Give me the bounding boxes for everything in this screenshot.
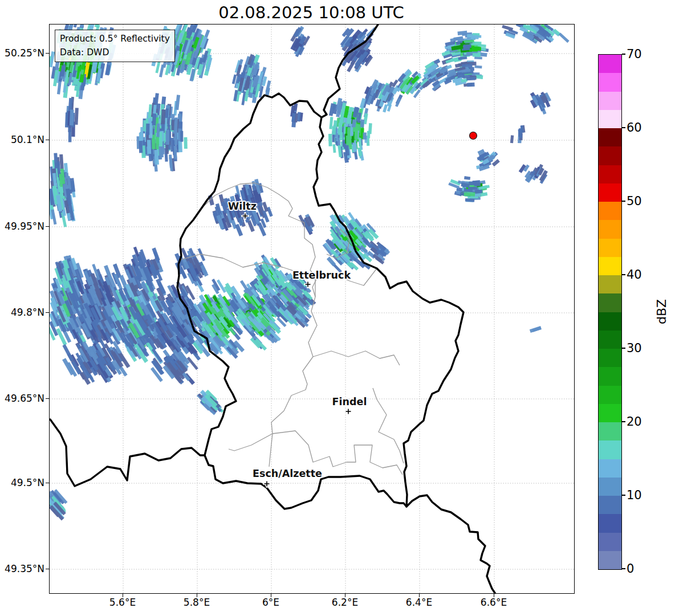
latitude-tick-mark — [46, 398, 49, 399]
product-info-box: Product: 0.5° Reflectivity Data: DWD — [55, 30, 175, 62]
colorbar-tick-mark — [622, 348, 625, 349]
colorbar-band — [599, 257, 621, 275]
figure-title: 02.08.2025 10:08 UTC — [49, 3, 574, 22]
latitude-tick-mark — [46, 226, 49, 227]
latitude-tick-label: 50.1°N — [0, 134, 44, 145]
longitude-tick-label: 6.4°E — [406, 597, 432, 608]
city-label: Esch/Alzette — [253, 468, 322, 479]
latitude-tick-label: 49.95°N — [0, 221, 44, 232]
colorbar-band — [599, 146, 621, 165]
longitude-tick-mark — [197, 594, 197, 597]
colorbar-band — [599, 165, 621, 183]
longitude-tick-mark — [271, 594, 271, 597]
colorbar-tick-label: 40 — [627, 268, 642, 282]
colorbar-tick-label: 60 — [627, 121, 642, 134]
latitude-tick-label: 49.5°N — [0, 477, 44, 488]
colorbar-band — [599, 367, 621, 385]
radar-echo-blob — [298, 214, 315, 235]
radar-echo-blob — [510, 125, 526, 144]
latitude-tick-mark — [46, 483, 49, 483]
latitude-tick-label: 49.65°N — [0, 393, 44, 404]
longitude-tick-label: 6°E — [262, 597, 279, 608]
longitude-tick-mark — [419, 594, 420, 597]
latitude-tick-mark — [46, 53, 49, 54]
radar-echo-blob — [290, 26, 310, 58]
colorbar-band — [599, 331, 621, 349]
colorbar-band — [599, 533, 621, 551]
colorbar-tick-mark — [622, 54, 625, 55]
colorbar-tick-label: 50 — [627, 194, 642, 208]
colorbar-band — [599, 312, 621, 331]
colorbar-band — [599, 92, 621, 110]
colorbar-band — [599, 551, 621, 569]
reflectivity-colorbar — [598, 54, 622, 570]
colorbar-tick-label: 70 — [627, 47, 642, 61]
colorbar-band — [599, 349, 621, 367]
colorbar-band — [599, 73, 621, 91]
colorbar-band — [599, 422, 621, 440]
colorbar-band — [599, 275, 621, 293]
colorbar-band — [599, 496, 621, 514]
latitude-tick-label: 50.25°N — [0, 47, 44, 59]
radar-figure: 02.08.2025 10:08 UTC WiltzEttelbruckFind… — [0, 0, 675, 616]
colorbar-band — [599, 239, 621, 257]
radar-echo-blob — [197, 390, 224, 415]
radar-echo-blob — [62, 341, 130, 385]
radar-site-marker — [470, 132, 477, 140]
radar-echo-blob — [50, 255, 87, 345]
radar-echo-blob — [502, 25, 569, 44]
colorbar-tick-label: 20 — [627, 415, 642, 429]
radar-echo-blob — [50, 153, 76, 227]
colorbar-band — [599, 183, 621, 202]
longitude-tick-label: 6.2°E — [332, 597, 358, 608]
radar-echo-blob — [328, 97, 372, 163]
radar-echo-blob — [232, 54, 271, 105]
radar-echo-blob — [50, 489, 68, 520]
radar-echo-blob — [65, 97, 79, 142]
city-label: Ettelbruck — [292, 270, 351, 281]
longitude-tick-label: 5.6°E — [109, 597, 136, 608]
colorbar-tick-mark — [622, 495, 625, 496]
latitude-tick-label: 49.8°N — [0, 307, 44, 318]
colorbar-tick-mark — [622, 127, 625, 128]
colorbar-tick-label: 0 — [627, 562, 634, 576]
latitude-tick-label: 49.35°N — [0, 563, 44, 574]
colorbar-band — [599, 404, 621, 422]
colorbar-band — [599, 478, 621, 496]
colorbar-tick-mark — [622, 201, 625, 202]
radar-echo-blob — [519, 164, 548, 184]
longitude-tick-label: 5.8°E — [184, 597, 210, 608]
colorbar-band — [599, 202, 621, 220]
colorbar-band — [599, 459, 621, 478]
colorbar-tick-mark — [622, 568, 625, 569]
colorbar-tick-label: 10 — [627, 488, 642, 502]
colorbar-band — [599, 128, 621, 146]
latitude-tick-mark — [46, 140, 49, 140]
colorbar-unit-label: dBZ — [654, 299, 669, 324]
radar-echo-blob — [530, 326, 542, 333]
colorbar-band — [599, 514, 621, 532]
colorbar-tick-mark — [622, 421, 625, 422]
radar-echo-blob — [192, 279, 245, 359]
longitude-tick-mark — [345, 594, 345, 597]
latitude-tick-mark — [46, 312, 49, 313]
colorbar-band — [599, 220, 621, 238]
radar-map-canvas: WiltzEttelbruckFindelEsch/Alzette — [50, 25, 574, 593]
city-label: Wiltz — [228, 201, 257, 212]
city-label: Findel — [332, 396, 367, 407]
latitude-tick-mark — [46, 569, 49, 569]
colorbar-band — [599, 440, 621, 459]
radar-echo-blob — [476, 149, 500, 171]
colorbar-band — [599, 386, 621, 404]
product-info-line: Product: 0.5° Reflectivity — [60, 32, 170, 46]
radar-echo-blob — [208, 190, 273, 236]
radar-echo-blob — [370, 79, 403, 113]
data-source-line: Data: DWD — [60, 46, 170, 59]
colorbar-band — [599, 55, 621, 73]
radar-echo-blob — [448, 176, 490, 202]
colorbar-tick-label: 30 — [627, 341, 642, 355]
city-annotation: Findel — [332, 396, 367, 414]
longitude-tick-label: 6.6°E — [481, 597, 507, 608]
colorbar-band — [599, 110, 621, 128]
radar-echo-blob — [174, 248, 209, 287]
